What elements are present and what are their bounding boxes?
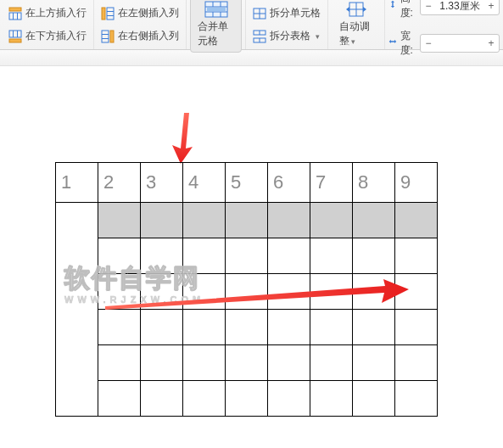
insert-row-above-label: 在上方插入行: [25, 6, 87, 20]
table-cell[interactable]: 3: [141, 163, 183, 203]
width-spinner[interactable]: − +: [420, 34, 500, 53]
table-cell[interactable]: 8: [353, 163, 395, 203]
table-cell[interactable]: [183, 238, 226, 274]
table-cell[interactable]: [226, 274, 268, 310]
chevron-down-icon: ▾: [314, 32, 320, 41]
table-cell[interactable]: [268, 238, 310, 274]
table-cell[interactable]: [395, 381, 438, 417]
table-cell[interactable]: [226, 345, 268, 381]
table-cell[interactable]: [310, 345, 353, 381]
table-row[interactable]: [56, 238, 438, 274]
table-cell[interactable]: [310, 381, 353, 417]
table-cell[interactable]: [395, 345, 438, 381]
table-cell[interactable]: [310, 238, 353, 274]
table-cell[interactable]: [395, 274, 438, 310]
table-cell[interactable]: [353, 381, 395, 417]
table-cell[interactable]: [226, 381, 268, 417]
table-cell[interactable]: [268, 381, 310, 417]
document-table[interactable]: 1 2 3 4 5 6 7 8 9: [55, 162, 438, 417]
table-cell[interactable]: [310, 274, 353, 310]
table-cell-selected[interactable]: [98, 203, 141, 238]
table-cell[interactable]: [268, 274, 310, 310]
table-cell[interactable]: [353, 345, 395, 381]
autofit-button[interactable]: 自动调整▾: [332, 0, 380, 53]
insert-row-above-button[interactable]: 在上方插入行: [5, 4, 90, 22]
table-cell[interactable]: [98, 238, 141, 274]
insert-col-right-button[interactable]: 在右侧插入列: [98, 27, 182, 45]
group-split: 拆分单元格 拆分表格 ▾: [246, 0, 328, 49]
table-cell[interactable]: [395, 238, 438, 274]
table-cell-selected[interactable]: [141, 203, 183, 238]
table-cell[interactable]: [98, 274, 141, 310]
height-decrease-button[interactable]: −: [421, 0, 436, 14]
table-cell-selected[interactable]: [226, 203, 268, 238]
annotation-arrow-down: [165, 113, 199, 164]
table-row[interactable]: [56, 310, 438, 345]
merge-cells-button[interactable]: 合并单元格: [190, 0, 242, 53]
table-cell[interactable]: [353, 274, 395, 310]
table-row[interactable]: [56, 381, 438, 417]
table-cell[interactable]: 9: [395, 163, 438, 203]
table-cell[interactable]: [141, 274, 183, 310]
table-cell-selected[interactable]: [183, 203, 226, 238]
svg-rect-12: [102, 31, 109, 42]
table-cell[interactable]: [268, 345, 310, 381]
insert-col-left-button[interactable]: 在左侧插入列: [98, 4, 182, 22]
svg-rect-15: [110, 31, 114, 42]
width-icon: [388, 37, 397, 49]
height-spinner[interactable]: − 1.33厘米 +: [420, 0, 500, 15]
table-cell[interactable]: [141, 310, 183, 345]
width-decrease-button[interactable]: −: [421, 36, 436, 51]
table-cell[interactable]: 2: [98, 163, 141, 203]
table-cell[interactable]: 6: [268, 163, 310, 203]
table-cell[interactable]: [395, 310, 438, 345]
table-cell[interactable]: [226, 310, 268, 345]
svg-rect-23: [207, 8, 226, 11]
table-cell-selected[interactable]: [268, 203, 310, 238]
insert-row-below-label: 在下方插入行: [25, 29, 87, 43]
table-cell[interactable]: [183, 345, 226, 381]
table-cell[interactable]: [268, 310, 310, 345]
table-cell-selected[interactable]: [395, 203, 438, 238]
table-cell[interactable]: [98, 345, 141, 381]
svg-rect-11: [102, 8, 105, 20]
table-row[interactable]: 1 2 3 4 5 6 7 8 9: [56, 163, 438, 203]
table-cell[interactable]: [226, 238, 268, 274]
split-cells-button[interactable]: 拆分单元格: [249, 4, 324, 22]
split-table-button[interactable]: 拆分表格 ▾: [249, 27, 324, 45]
table-row[interactable]: [56, 203, 438, 238]
chevron-down-icon: ▾: [349, 37, 355, 46]
table-cell[interactable]: [141, 238, 183, 274]
table-cell[interactable]: [56, 203, 98, 417]
table-cell-selected[interactable]: [310, 203, 353, 238]
table-cell[interactable]: [310, 310, 353, 345]
table-cell[interactable]: [141, 345, 183, 381]
insert-row-below-icon: [8, 30, 22, 43]
table-cell[interactable]: [183, 274, 226, 310]
table-cell[interactable]: 5: [226, 163, 268, 203]
table-cell[interactable]: [183, 381, 226, 417]
table-cell[interactable]: [98, 381, 141, 417]
table-cell[interactable]: [141, 381, 183, 417]
height-label: 高度:: [400, 0, 416, 20]
split-table-label: 拆分表格: [270, 29, 310, 43]
table-cell[interactable]: [353, 238, 395, 274]
group-insert-cols: 在左侧插入列 在右侧插入列: [94, 0, 187, 49]
merge-cells-label: 合并单元格: [198, 20, 234, 48]
insert-row-below-button[interactable]: 在下方插入行: [5, 27, 90, 45]
table-cell[interactable]: [353, 310, 395, 345]
svg-rect-7: [9, 39, 21, 42]
insert-col-right-icon: [101, 30, 115, 43]
split-table-icon: [253, 30, 266, 43]
table-cell[interactable]: [98, 310, 141, 345]
height-value[interactable]: 1.33厘米: [436, 0, 483, 14]
width-increase-button[interactable]: +: [483, 36, 499, 51]
table-cell-selected[interactable]: [353, 203, 395, 238]
table-cell[interactable]: 4: [183, 163, 226, 203]
table-cell[interactable]: 1: [56, 163, 98, 203]
table-cell[interactable]: [183, 310, 226, 345]
table-cell[interactable]: 7: [310, 163, 353, 203]
height-increase-button[interactable]: +: [483, 0, 499, 14]
table-row[interactable]: [56, 345, 438, 381]
table-row[interactable]: [56, 274, 438, 310]
